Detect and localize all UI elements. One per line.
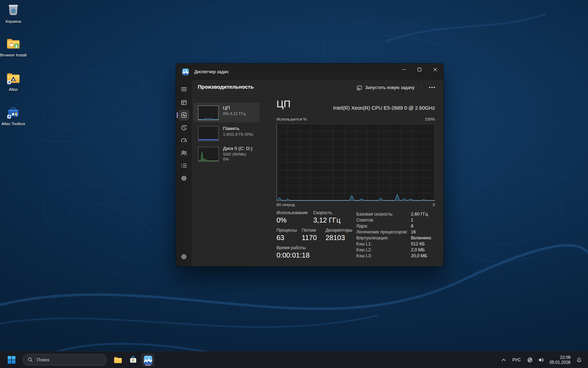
handles-value: 28103 — [326, 234, 345, 242]
sidebar-item-performance[interactable] — [178, 110, 189, 121]
cpu-pane-title: ЦП — [276, 99, 290, 110]
spec-value: 2,60 ГГц — [411, 212, 428, 217]
cpu-specs: Базовая скорость:2,60 ГГцСокетов:1Ядра:8… — [356, 211, 431, 259]
taskbar-left — [5, 353, 155, 367]
maximize-button[interactable] — [412, 64, 427, 75]
desktop-icon-label: Atlas Toolbox — [0, 122, 27, 126]
chart-label-60s: 60 секунд — [276, 203, 295, 207]
toolbox-shortcut-icon — [5, 105, 21, 120]
spec-row: Ядра:8 — [356, 223, 431, 229]
microsoft-store-button[interactable] — [126, 353, 140, 367]
disk-mini-chart — [198, 147, 219, 162]
uptime-label: Время работы — [276, 245, 306, 250]
cpu-stats: Использование Скорость 0% 3,12 ГГц Проце… — [276, 210, 355, 263]
taskbar-search[interactable] — [23, 354, 107, 366]
sidebar-item-processes[interactable] — [178, 97, 189, 108]
speed-value: 3,12 ГГц — [313, 216, 341, 224]
threads-value: 1170 — [302, 234, 317, 242]
spec-row: Кэш L3:20,0 МБ — [356, 253, 431, 259]
desktop-icon-label: Корзина — [0, 19, 27, 24]
performance-icon — [181, 112, 187, 118]
window-title: Диспетчер задач — [194, 69, 229, 74]
perf-item-title: Память — [223, 126, 253, 131]
spec-row: Логических процессоров:16 — [356, 229, 431, 235]
notification-bell-icon: z — [576, 357, 582, 363]
search-input[interactable] — [36, 357, 86, 363]
taskbar-clock[interactable]: 22:09 05.01.2026 — [550, 355, 570, 365]
processes-value: 63 — [276, 234, 284, 242]
windows-logo-icon — [8, 356, 15, 364]
chevron-up-icon — [501, 357, 506, 362]
close-button[interactable] — [427, 64, 443, 75]
sidebar-item-app-history[interactable] — [178, 122, 189, 133]
perf-item-title: Диск 0 (C: D:) — [223, 146, 252, 151]
desktop-icon-recycle-bin[interactable]: ♻ Корзина — [0, 3, 27, 24]
perf-item-text: Диск 0 (C: D:) SSD (NVMe) 0% — [223, 146, 252, 161]
speed-label: Скорость — [313, 210, 332, 215]
perf-item-subtitle: 0% 3,12 ГГц — [223, 111, 245, 116]
window-controls — [396, 64, 443, 75]
task-manager-window: Диспетчер задач — [176, 63, 443, 266]
network-button[interactable] — [525, 353, 535, 367]
spec-label: Кэш L2: — [356, 247, 411, 252]
taskbar-tray: РУС 22:09 05.01.2026 — [499, 353, 584, 367]
perf-item-disk[interactable]: Диск 0 (C: D:) SSD (NVMe) 0% — [194, 144, 259, 167]
file-explorer-button[interactable] — [111, 353, 125, 367]
desktop-icon-atlas-toolbox[interactable]: Atlas Toolbox — [0, 105, 27, 126]
navigation-menu-button[interactable] — [178, 84, 189, 95]
uptime-value: 0:00:01:18 — [276, 251, 310, 259]
spec-row: Кэш L2:2,0 МБ — [356, 247, 431, 253]
processes-icon — [181, 99, 187, 106]
sidebar-item-details[interactable] — [178, 160, 189, 171]
spec-value: 1 — [411, 218, 413, 223]
volume-button[interactable] — [536, 353, 546, 367]
network-globe-icon — [527, 357, 533, 363]
usage-value: 0% — [276, 216, 287, 224]
perf-item-memory[interactable]: Память 1,9/31,9 ГБ (6%) — [194, 123, 259, 143]
spec-label: Сокетов: — [356, 218, 411, 223]
perf-item-cpu[interactable]: ЦП 0% 3,12 ГГц — [194, 103, 259, 122]
task-manager-icon — [144, 355, 153, 364]
app-history-icon — [181, 124, 187, 131]
spec-value: 512 КБ — [411, 241, 425, 246]
sidebar-item-settings[interactable] — [178, 251, 189, 262]
spec-value: 20,0 МБ — [411, 253, 427, 258]
chart-label-utilization: Используется % — [276, 117, 307, 121]
new-task-icon — [357, 85, 362, 90]
sidebar-item-startup-apps[interactable] — [178, 135, 189, 146]
more-options-button[interactable]: ••• — [426, 83, 439, 91]
hamburger-icon — [181, 86, 187, 93]
sidebar-item-services[interactable] — [178, 173, 189, 184]
cpu-processor-name: Intel(R) Xeon(R) CPU E5-2689 0 @ 2.60GHz — [333, 105, 435, 111]
desktop-icon-label: Atlas — [0, 87, 27, 92]
desktop-icon-browser-install[interactable]: Browser Install — [0, 36, 27, 57]
desktop-icon-atlas[interactable]: Atlas — [0, 71, 27, 92]
sidebar-item-users[interactable] — [178, 148, 189, 158]
spec-value: Включено — [411, 236, 431, 240]
cpu-mini-chart — [198, 105, 219, 120]
usage-label: Использование — [276, 210, 308, 215]
notification-center-button[interactable]: z — [574, 353, 584, 367]
language-indicator[interactable]: РУС — [509, 357, 524, 362]
start-button[interactable] — [5, 353, 18, 367]
taskbar: РУС 22:09 05.01.2026 — [0, 351, 588, 368]
folder-shortcut-icon — [5, 71, 21, 86]
minimize-button[interactable] — [396, 64, 412, 75]
perf-item-subtitle: 1,9/31,9 ГБ (6%) — [223, 132, 253, 136]
perf-item-text: Память 1,9/31,9 ГБ (6%) — [223, 126, 253, 136]
desktop: ♻ Корзина Browser Install Atlas — [0, 0, 588, 368]
minimize-icon — [402, 68, 406, 71]
task-manager-taskbar-button[interactable] — [141, 353, 155, 367]
folder-download-icon — [5, 36, 21, 51]
details-list-icon — [181, 162, 187, 169]
spec-row: Сокетов:1 — [356, 217, 431, 223]
tray-chevron-button[interactable] — [499, 353, 509, 367]
spec-label: Кэш L1: — [356, 241, 411, 246]
threads-label: Потоки — [302, 228, 316, 233]
memory-mini-chart — [198, 126, 219, 141]
microsoft-store-icon — [129, 355, 138, 364]
run-new-task-button[interactable]: Запустить новую задачу — [354, 83, 418, 92]
cpu-usage-chart — [276, 124, 435, 201]
desktop-icon-label: Browser Install — [0, 53, 27, 57]
header-separator — [421, 84, 422, 91]
